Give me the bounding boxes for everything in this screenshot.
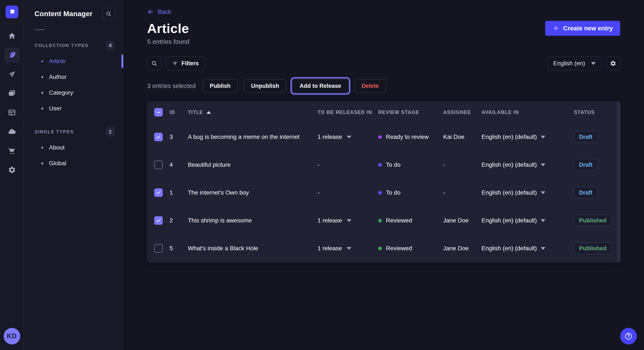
plus-icon (552, 25, 559, 32)
bullet-icon (41, 108, 43, 110)
stage-dot-icon (378, 135, 382, 139)
media-library-nav-item[interactable] (4, 86, 20, 101)
create-button-label: Create new entry (563, 25, 613, 32)
available-in-cell[interactable]: English (en) (default) (482, 161, 574, 168)
title-cell: A bug is becoming a meme on the internet (188, 134, 318, 140)
status-cell: Draft (574, 131, 620, 143)
table-row[interactable]: 3A bug is becoming a meme on the interne… (147, 123, 620, 151)
strapi-logo[interactable] (6, 5, 18, 18)
bullet-icon (41, 147, 43, 149)
id-cell: 5 (170, 245, 188, 252)
strapi-logo-icon (8, 8, 16, 16)
review-stage-cell: To do (378, 189, 443, 196)
user-avatar[interactable]: KD (4, 328, 20, 345)
page-title: Article (147, 21, 189, 36)
status-cell: Published (574, 215, 620, 226)
title-cell: The internet's Own boy (188, 189, 318, 196)
create-new-entry-button[interactable]: Create new entry (545, 21, 620, 36)
filters-button[interactable]: Filters (166, 56, 205, 70)
sidebar-item-about[interactable]: About (34, 140, 115, 156)
select-all-checkbox[interactable] (154, 108, 163, 117)
sidebar-item-author[interactable]: Author (34, 69, 115, 85)
content-manager-subnav: Content Manager COLLECTION TYPES4Article… (24, 0, 123, 350)
column-header-title[interactable]: TITLE (188, 110, 318, 115)
stage-label: Reviewed (386, 217, 412, 224)
title-cell: Beautiful picture (188, 161, 318, 168)
content-type-builder-nav-item[interactable] (4, 105, 20, 120)
available-in-cell[interactable]: English (en) (default) (482, 189, 574, 196)
bullet-icon (41, 92, 43, 94)
assignee-cell: Kai Doe (443, 134, 482, 140)
unpublish-button[interactable]: Unpublish (244, 79, 286, 93)
arrow-left-icon (147, 8, 154, 15)
chevron-down-icon (347, 136, 352, 138)
entries-table: IDTITLETO BE RELEASED INREVIEW STAGEASSI… (147, 101, 620, 262)
table-row[interactable]: 1The internet's Own boy-To do-English (e… (147, 178, 620, 206)
cloud-nav-item[interactable] (4, 124, 20, 139)
help-button[interactable] (620, 328, 637, 345)
table-row[interactable]: 5What's inside a Black Hole1 releaseRevi… (147, 234, 620, 262)
release-value: - (318, 161, 320, 168)
bullet-icon (41, 60, 43, 62)
selection-actions: PublishUnpublishAdd to ReleaseDelete (203, 79, 386, 93)
available-in-cell[interactable]: English (en) (default) (482, 134, 574, 140)
bullet-icon (41, 163, 43, 164)
sort-ascending-icon (206, 111, 211, 114)
title-cell: This shrimp is awesome (188, 217, 318, 224)
chevron-down-icon (541, 219, 546, 222)
active-indicator (122, 54, 123, 68)
row-checkbox[interactable] (154, 133, 163, 141)
stage-label: To do (386, 189, 400, 196)
status-badge: Draft (574, 187, 598, 198)
release-cell[interactable]: 1 release (318, 217, 378, 224)
delete-button[interactable]: Delete (354, 79, 386, 93)
settings-gear-nav-item[interactable] (4, 162, 20, 177)
table-row[interactable]: 4Beautiful picture-To do-English (en) (d… (147, 151, 620, 178)
gear-icon (610, 60, 616, 67)
media-library-icon (8, 89, 16, 97)
locale-label: English (en) (default) (482, 189, 537, 196)
nav-rail-items (4, 28, 20, 177)
status-badge: Draft (574, 159, 598, 171)
id-cell: 2 (170, 217, 188, 224)
sidebar-item-global[interactable]: Global (34, 156, 115, 171)
marketplace-cart-nav-item[interactable] (4, 143, 20, 159)
filter-icon (172, 60, 178, 66)
release-cell[interactable]: 1 release (318, 245, 378, 252)
releases-paper-plane-nav-item[interactable] (4, 67, 20, 82)
row-checkbox[interactable] (154, 161, 163, 169)
review-stage-cell: Reviewed (378, 217, 443, 224)
review-stage-cell: To do (378, 161, 443, 168)
stage-dot-icon (378, 247, 382, 250)
table-header-row: IDTITLETO BE RELEASED INREVIEW STAGEASSI… (147, 102, 620, 123)
subnav-section: SINGLE TYPES2AboutGlobal (34, 127, 115, 171)
locale-label: English (en) (default) (482, 217, 537, 224)
sidebar-item-article[interactable]: Article (34, 53, 115, 69)
subnav-search-button[interactable] (102, 8, 115, 20)
column-header-review-stage: REVIEW STAGE (378, 110, 443, 115)
table-search-button[interactable] (147, 56, 161, 70)
sidebar-item-user[interactable]: User (34, 101, 115, 116)
locale-select[interactable]: English (en) (548, 56, 602, 70)
available-in-cell[interactable]: English (en) (default) (482, 245, 574, 252)
available-in-cell[interactable]: English (en) (default) (482, 217, 574, 224)
row-checkbox[interactable] (154, 244, 163, 253)
sidebar-item-category[interactable]: Category (34, 85, 115, 101)
settings-gear-icon (8, 166, 16, 174)
sidebar-item-label: Author (49, 74, 67, 80)
bullet-icon (41, 76, 43, 78)
content-manager-feather-nav-item[interactable] (4, 47, 20, 63)
home-nav-item[interactable] (4, 28, 20, 44)
subnav-title: Content Manager (34, 10, 93, 18)
release-cell[interactable]: 1 release (318, 134, 378, 140)
back-link[interactable]: Back (147, 8, 171, 15)
id-cell: 4 (170, 161, 188, 168)
stage-dot-icon (378, 163, 382, 167)
publish-button[interactable]: Publish (203, 79, 238, 93)
table-body: 3A bug is becoming a meme on the interne… (147, 123, 620, 262)
add-to-release-button[interactable]: Add to Release (292, 79, 348, 93)
row-checkbox[interactable] (154, 188, 163, 197)
row-checkbox[interactable] (154, 216, 163, 225)
table-row[interactable]: 2This shrimp is awesome1 releaseReviewed… (147, 206, 620, 234)
view-settings-button[interactable] (606, 56, 620, 70)
